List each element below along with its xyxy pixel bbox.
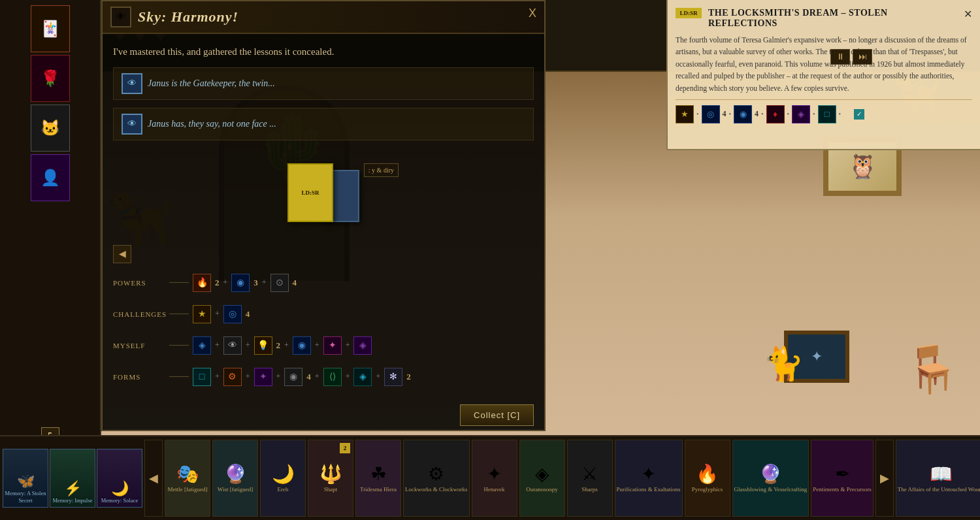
harmony-eye-icon: 👁 <box>110 7 131 27</box>
bottom-item-ereb[interactable]: 🌙 Ereb <box>260 440 306 517</box>
myself-icon-5[interactable]: ✦ <box>323 336 342 355</box>
myself-num: 2 <box>276 340 281 351</box>
bottom-item-pyroglyphics[interactable]: 🔥 Pyroglyphics <box>685 440 730 517</box>
memory-card-stolen[interactable]: 🦋 Memory: A Stolen Secret <box>3 449 48 508</box>
req-icon-1[interactable]: ★ <box>676 105 694 123</box>
card-group: LD:SR : y & diry <box>287 163 359 222</box>
left-card-2[interactable]: 🌹 <box>31 55 70 102</box>
challenge-icon-1[interactable]: ★ <box>193 305 211 323</box>
myself-divider <box>169 345 189 346</box>
bottom-item-lockworks[interactable]: ⚙ Lockworks & Clockworks <box>403 440 470 517</box>
harmony-dialog-content: I've mastered this, and gathered the les… <box>103 34 544 399</box>
power-icon-2[interactable]: ◉ <box>231 274 250 292</box>
book-title: The Locksmith's Dream – Stolen Reflectio… <box>708 8 957 29</box>
powers-num2: 3 <box>253 278 258 288</box>
book-requirements: ★ • ◎ 4 • ◉ 4 • ♦ • ◈ • □ • ✓ <box>676 99 972 123</box>
challenges-row: Challenges ★ + ◎ 4 <box>113 302 534 326</box>
pagination-controls: ⏸ ⏭ <box>830 49 872 65</box>
book-card-yellow[interactable]: LD:SR <box>287 163 333 222</box>
dialog-description: I've mastered this, and gathered the les… <box>113 44 534 59</box>
forward-icon: ⏭ <box>858 52 867 62</box>
card-area: LD:SR : y & diry <box>113 154 534 232</box>
harmony-dialog: 👁 Sky: Harmony! X I've mastered this, an… <box>101 0 546 431</box>
powers-divider <box>169 282 189 283</box>
challenge-icon-2[interactable]: ◎ <box>223 305 242 323</box>
myself-icon-6[interactable]: ◈ <box>353 336 372 355</box>
forms-icon-3[interactable]: ✦ <box>254 368 272 386</box>
bottom-item-glassblowing[interactable]: 🔮 Glassblowing & Vesselcrafting <box>732 440 809 517</box>
req-checkmark: ✓ <box>854 109 864 120</box>
nav-left-arrow[interactable]: ◀ <box>144 440 163 517</box>
power-icon-1[interactable]: 🔥 <box>193 274 211 292</box>
book-panel-header: LD:SR The Locksmith's Dream – Stolen Ref… <box>676 8 972 29</box>
card-label-overlay: : y & diry <box>364 163 399 177</box>
bottom-item-shapt[interactable]: 2 🔱 Shapt <box>308 440 353 517</box>
lore-item-1[interactable]: 👁 Janus is the Gatekeeper, the twin... <box>113 67 534 100</box>
bottom-item-affairs[interactable]: 📖 The Affairs of the Untouched Wound <box>896 440 980 517</box>
lore-icon-1: 👁 <box>122 73 142 94</box>
forms-num1: 4 <box>306 372 311 382</box>
lore-text-2: Janus has, they say, not one face ... <box>148 119 276 129</box>
pause-icon: ⏸ <box>836 52 845 62</box>
forms-icon-5[interactable]: ⟨⟩ <box>323 368 342 386</box>
bottom-bar: 🦋 Memory: A Stolen Secret ⚡ Memory: Impu… <box>0 435 980 520</box>
challenges-num: 4 <box>246 309 250 319</box>
memory-card-impulse[interactable]: ⚡ Memory: Impulse <box>50 449 95 508</box>
harmony-close-button[interactable]: X <box>529 7 536 20</box>
req-icon-5[interactable]: ◈ <box>792 105 810 123</box>
forms-divider <box>169 376 189 377</box>
forms-icon-4[interactable]: ◉ <box>284 368 302 386</box>
forms-icon-2[interactable]: ⚙ <box>223 368 242 386</box>
bottom-item-henavek[interactable]: ✦ Henavek <box>472 440 517 517</box>
req-icon-3[interactable]: ◉ <box>734 105 752 123</box>
bottom-item-pentiments[interactable]: ✒ Pentiments & Precursors <box>811 440 874 517</box>
bottom-item-wist[interactable]: 🔮 Wist [fatigued] <box>212 440 258 517</box>
bottom-item-mettle[interactable]: 🎭 Mettle [fatigued] <box>165 440 210 517</box>
challenges-label: Challenges <box>113 310 165 318</box>
forms-label: Forms <box>113 373 165 381</box>
power-icon-3[interactable]: ⊙ <box>270 274 289 292</box>
powers-num1: 2 <box>215 278 220 288</box>
bottom-item-purifications[interactable]: ✦ Purifications & Exaltations <box>615 440 683 517</box>
forms-num2: 2 <box>406 372 411 382</box>
bottom-item-ouranosoopy[interactable]: ◈ Ouranosoopy <box>519 440 565 517</box>
forms-icon-6[interactable]: ◈ <box>353 368 372 386</box>
lore-item-2[interactable]: 👁 Janus has, they say, not one face ... <box>113 108 534 140</box>
harmony-dialog-title: Sky: Harmony! <box>138 8 238 25</box>
forms-row: Forms □ + ⚙ + ✦ + ◉ 4 + ⟨⟩ + ◈ + ✻ 2 <box>113 365 534 389</box>
req-icon-6[interactable]: □ <box>818 105 836 123</box>
myself-icon-3[interactable]: 💡 <box>254 336 272 355</box>
book-tag: LD:SR <box>676 8 702 18</box>
forms-icon-1[interactable]: □ <box>193 368 211 386</box>
memory-card-solace[interactable]: 🌙 Memory: Solace <box>97 449 142 508</box>
lore-text-1: Janus is the Gatekeeper, the twin... <box>148 78 275 89</box>
nav-right-arrow[interactable]: ▶ <box>875 440 894 517</box>
myself-icon-4[interactable]: ◉ <box>293 336 311 355</box>
left-card-4[interactable]: 👤 <box>31 154 70 201</box>
myself-icon-2[interactable]: 👁 <box>223 336 242 355</box>
req-icon-4[interactable]: ♦ <box>766 105 785 123</box>
powers-num3: 4 <box>293 278 297 288</box>
lore-icon-2: 👁 <box>122 114 142 135</box>
powers-label: Powers <box>113 279 165 287</box>
forward-button[interactable]: ⏭ <box>853 49 872 65</box>
shapt-badge: 2 <box>340 443 350 453</box>
book-close-button[interactable]: ✕ <box>964 8 972 20</box>
book-info-panel: LD:SR The Locksmith's Dream – Stolen Ref… <box>666 0 980 150</box>
challenges-divider <box>169 314 189 314</box>
harmony-dialog-header: 👁 Sky: Harmony! X <box>103 1 544 34</box>
left-card-1[interactable]: 🃏 <box>31 5 70 52</box>
memory-section: 🦋 Memory: A Stolen Secret ⚡ Memory: Impu… <box>3 449 142 508</box>
bottom-item-tridesma[interactable]: ☘ Tridesma Hiera <box>355 440 401 517</box>
req-icon-2[interactable]: ◎ <box>702 105 720 123</box>
back-arrow-btn[interactable]: ◀ <box>113 245 131 263</box>
myself-label: Myself <box>113 342 165 349</box>
pause-button[interactable]: ⏸ <box>830 49 850 65</box>
collect-button[interactable]: Collect [C] <box>460 404 534 426</box>
left-card-3[interactable]: 🐱 <box>31 105 70 152</box>
cat-creature: 🐈 <box>763 345 804 383</box>
powers-row: Powers 🔥 2 + ◉ 3 + ⊙ 4 <box>113 271 534 295</box>
bottom-item-sharps[interactable]: ⚔ Sharps <box>567 440 613 517</box>
myself-icon-1[interactable]: ◈ <box>193 336 211 355</box>
forms-icon-7[interactable]: ✻ <box>384 368 402 386</box>
